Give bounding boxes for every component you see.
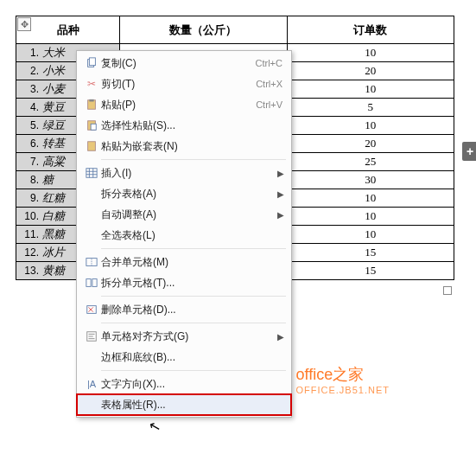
menu-paste[interactable]: 粘贴(P) Ctrl+V bbox=[77, 94, 291, 115]
menu-separator bbox=[101, 370, 286, 371]
cut-icon: ✂ bbox=[82, 76, 101, 92]
variety-name: 冰片 bbox=[42, 245, 65, 260]
menu-paste-special[interactable]: 选择性粘贴(S)... bbox=[77, 115, 291, 136]
menu-label: 删除单元格(D)... bbox=[101, 303, 282, 317]
menu-shortcut: Ctrl+C bbox=[256, 58, 282, 68]
variety-name: 高粱 bbox=[42, 154, 65, 169]
svg-rect-1 bbox=[89, 58, 95, 66]
cell-orders[interactable]: 20 bbox=[287, 62, 454, 80]
row-index: 2. bbox=[16, 65, 42, 77]
menu-label: 全选表格(L) bbox=[101, 228, 282, 243]
variety-name: 小米 bbox=[42, 63, 65, 79]
svg-rect-6 bbox=[88, 142, 96, 151]
menu-label: 插入(I) bbox=[101, 166, 282, 181]
menu-label: 文字方向(X)... bbox=[101, 377, 282, 392]
row-index: 1. bbox=[16, 47, 42, 59]
menu-table-properties[interactable]: 表格属性(R)... bbox=[77, 394, 291, 415]
paste-icon bbox=[82, 97, 101, 112]
menu-label: 单元格对齐方式(G) bbox=[101, 329, 282, 344]
variety-name: 白糖 bbox=[42, 208, 65, 224]
menu-copy[interactable]: 复制(C) Ctrl+C bbox=[77, 53, 291, 74]
cell-orders[interactable]: 10 bbox=[287, 44, 454, 62]
paste-nested-icon bbox=[82, 138, 101, 154]
menu-split-cells[interactable]: 拆分单元格(T)... bbox=[77, 272, 291, 293]
svg-rect-14 bbox=[86, 279, 91, 287]
text-direction-icon: |A bbox=[82, 376, 101, 392]
menu-shortcut: Ctrl+X bbox=[256, 79, 282, 89]
svg-rect-5 bbox=[91, 124, 96, 130]
col-header-orders[interactable]: 订单数 bbox=[287, 16, 454, 44]
menu-text-direction[interactable]: |A 文字方向(X)... bbox=[77, 374, 291, 394]
svg-rect-3 bbox=[89, 99, 93, 102]
row-index: 12. bbox=[16, 246, 42, 259]
cell-orders[interactable]: 10 bbox=[287, 80, 454, 99]
row-index: 13. bbox=[16, 265, 42, 277]
menu-label: 选择性粘贴(S)... bbox=[101, 118, 282, 133]
cell-orders[interactable]: 10 bbox=[287, 117, 454, 135]
cell-orders[interactable]: 15 bbox=[287, 244, 454, 262]
menu-shortcut: Ctrl+V bbox=[256, 99, 282, 110]
variety-name: 黄豆 bbox=[42, 99, 65, 115]
variety-name: 转基 bbox=[42, 136, 65, 151]
variety-name: 绿豆 bbox=[42, 118, 65, 133]
col-header-qty[interactable]: 数量（公斤） bbox=[120, 16, 288, 44]
row-index: 6. bbox=[16, 137, 42, 150]
menu-label: 自动调整(A) bbox=[101, 208, 282, 222]
copy-icon bbox=[82, 55, 101, 71]
menu-insert[interactable]: 插入(I) ▶ bbox=[77, 163, 291, 183]
cell-orders[interactable]: 5 bbox=[287, 99, 454, 117]
row-index: 3. bbox=[16, 83, 42, 95]
cell-orders[interactable]: 15 bbox=[287, 262, 454, 280]
menu-cell-align[interactable]: 单元格对齐方式(G) ▶ bbox=[77, 326, 291, 347]
menu-label: 合并单元格(M) bbox=[101, 255, 282, 270]
svg-rect-15 bbox=[92, 279, 97, 287]
row-index: 9. bbox=[16, 192, 42, 204]
submenu-arrow-icon: ▶ bbox=[277, 332, 284, 342]
menu-separator bbox=[101, 159, 286, 160]
variety-name: 黑糖 bbox=[42, 227, 65, 242]
cell-orders[interactable]: 30 bbox=[287, 171, 454, 189]
svg-rect-16 bbox=[87, 306, 97, 314]
variety-name: 黄糖 bbox=[42, 263, 65, 278]
cell-orders[interactable]: 10 bbox=[287, 208, 454, 226]
submenu-arrow-icon: ▶ bbox=[277, 210, 284, 220]
col-header-variety[interactable]: 品种 bbox=[16, 16, 120, 44]
menu-separator bbox=[101, 296, 286, 297]
split-cells-icon bbox=[82, 275, 101, 291]
cell-orders[interactable]: 10 bbox=[287, 189, 454, 208]
add-column-handle[interactable]: + bbox=[462, 142, 476, 161]
menu-separator bbox=[101, 248, 286, 249]
menu-delete-cells[interactable]: 删除单元格(D)... bbox=[77, 299, 291, 320]
menu-label: 拆分单元格(T)... bbox=[101, 276, 282, 291]
menu-merge-cells[interactable]: 合并单元格(M) bbox=[77, 252, 291, 272]
menu-label: 粘贴(P) bbox=[101, 98, 256, 112]
row-index: 11. bbox=[16, 228, 42, 240]
menu-select-table[interactable]: 全选表格(L) bbox=[77, 225, 291, 246]
cell-orders[interactable]: 25 bbox=[287, 153, 454, 171]
table-resize-handle[interactable] bbox=[443, 286, 452, 295]
variety-name: 糖 bbox=[42, 172, 54, 188]
svg-rect-7 bbox=[86, 169, 97, 178]
variety-name: 红糖 bbox=[42, 190, 65, 206]
menu-label: 拆分表格(A) bbox=[101, 187, 282, 201]
menu-label: 复制(C) bbox=[101, 56, 256, 71]
menu-split-table[interactable]: 拆分表格(A) ▶ bbox=[77, 183, 291, 204]
row-index: 5. bbox=[16, 119, 42, 131]
menu-autofit[interactable]: 自动调整(A) ▶ bbox=[77, 204, 291, 225]
menu-paste-nested[interactable]: 粘贴为嵌套表(N) bbox=[77, 136, 291, 157]
submenu-arrow-icon: ▶ bbox=[277, 169, 284, 178]
menu-label: 粘贴为嵌套表(N) bbox=[101, 139, 282, 154]
align-icon bbox=[82, 329, 101, 344]
row-index: 10. bbox=[16, 210, 42, 222]
menu-borders[interactable]: 边框和底纹(B)... bbox=[77, 347, 291, 368]
table-move-handle[interactable]: ✥ bbox=[17, 17, 31, 31]
delete-cells-icon bbox=[82, 302, 101, 317]
cell-orders[interactable]: 20 bbox=[287, 135, 454, 153]
cell-orders[interactable]: 10 bbox=[287, 226, 454, 244]
merge-cells-icon bbox=[82, 254, 101, 270]
menu-cut[interactable]: ✂ 剪切(T) Ctrl+X bbox=[77, 74, 291, 94]
variety-name: 大米 bbox=[42, 45, 65, 61]
insert-table-icon bbox=[82, 165, 101, 181]
menu-label: 剪切(T) bbox=[101, 77, 256, 92]
variety-name: 小麦 bbox=[42, 81, 65, 97]
